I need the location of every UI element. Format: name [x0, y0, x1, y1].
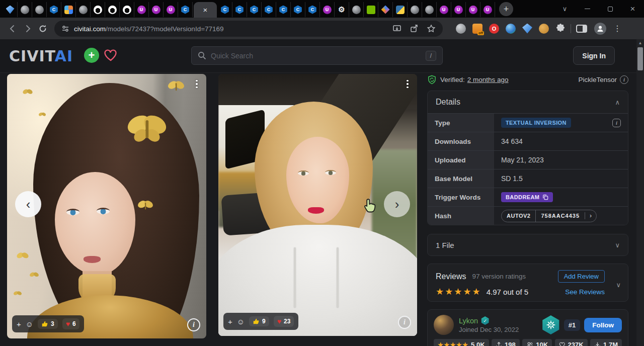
- browser-sync-extension-icon[interactable]: [506, 24, 516, 34]
- carousel-next-button[interactable]: ›: [384, 191, 410, 217]
- search-box[interactable]: /: [191, 46, 443, 65]
- browser-tab[interactable]: C: [47, 2, 61, 17]
- image-info-button[interactable]: i: [187, 318, 200, 331]
- close-window-button[interactable]: ×: [621, 0, 644, 18]
- civitai-logo[interactable]: CIVITAI: [9, 47, 73, 65]
- create-button[interactable]: +: [84, 48, 99, 63]
- scrollbar-thumb[interactable]: [637, 47, 643, 70]
- forward-button[interactable]: [20, 21, 35, 36]
- hash-expand-chevron-icon[interactable]: ›: [585, 212, 596, 219]
- files-card[interactable]: 1 File ∨: [427, 234, 628, 256]
- support-heart-button[interactable]: [104, 49, 118, 64]
- add-reaction-button[interactable]: +: [17, 320, 21, 328]
- profile-button[interactable]: [594, 23, 606, 35]
- browser-tab[interactable]: [408, 2, 422, 17]
- browser-tab[interactable]: C: [291, 2, 305, 17]
- browser-tab[interactable]: U: [437, 2, 451, 17]
- browser-tab[interactable]: [393, 2, 408, 17]
- side-panel-button[interactable]: [576, 25, 587, 33]
- heart-reaction[interactable]: ♥ 23: [274, 316, 294, 327]
- browser-tab[interactable]: U: [451, 2, 466, 17]
- site-settings-icon[interactable]: [61, 25, 69, 33]
- image-info-button[interactable]: i: [398, 316, 411, 329]
- hash-value[interactable]: 758AAC4435: [535, 210, 585, 222]
- creator-avatar[interactable]: [434, 315, 454, 335]
- browser-tab[interactable]: [422, 2, 437, 17]
- smiley-reaction-button[interactable]: ☺: [26, 320, 33, 328]
- browser-tab[interactable]: [378, 2, 393, 17]
- flame-off-extension-icon[interactable]: off: [472, 24, 482, 34]
- copy-icon[interactable]: [542, 194, 548, 200]
- browser-menu-button[interactable]: ⋮: [613, 24, 621, 33]
- back-button[interactable]: [5, 21, 20, 36]
- gem-extension-icon[interactable]: [522, 24, 532, 34]
- expand-chevron-icon[interactable]: ∨: [615, 241, 620, 249]
- thumbs-up-reaction[interactable]: 3: [38, 319, 58, 329]
- browser-tab[interactable]: [91, 2, 105, 17]
- address-bar[interactable]: civitai.com/models/72437?modelVersionId=…: [54, 21, 443, 37]
- browser-tab[interactable]: C: [178, 2, 193, 17]
- smiley-reaction-button[interactable]: ☺: [237, 318, 245, 325]
- browser-tab[interactable]: [3, 2, 18, 17]
- browser-tab[interactable]: C: [276, 2, 291, 17]
- browser-tab[interactable]: C: [218, 2, 232, 17]
- tab-search-chevron-icon[interactable]: ∨: [553, 0, 576, 18]
- browser-tab[interactable]: C: [262, 2, 276, 17]
- browser-tab[interactable]: [76, 2, 91, 17]
- verified-time-link[interactable]: 2 months ago: [467, 76, 509, 83]
- minimize-button[interactable]: [576, 0, 599, 18]
- carousel-previous-button[interactable]: ‹: [15, 191, 41, 217]
- heart-reaction[interactable]: ♥ 6: [62, 318, 79, 329]
- extensions-puzzle-icon[interactable]: [555, 24, 566, 34]
- scroll-up-arrow-icon[interactable]: ▲: [636, 39, 644, 46]
- collapse-chevron-icon[interactable]: ∧: [615, 99, 620, 106]
- browser-tab[interactable]: [61, 2, 76, 17]
- details-header[interactable]: Details ∧: [428, 91, 628, 113]
- browser-tab[interactable]: U: [149, 2, 164, 17]
- add-reaction-button[interactable]: +: [228, 318, 232, 325]
- follow-button[interactable]: Follow: [584, 318, 622, 332]
- new-tab-button[interactable]: +: [499, 2, 513, 16]
- browser-tab[interactable]: C: [305, 2, 320, 17]
- browser-tab[interactable]: [364, 2, 378, 17]
- cookie-extension-icon[interactable]: [539, 24, 549, 34]
- bookmark-star-icon[interactable]: [427, 24, 436, 33]
- globe-extension-icon[interactable]: [456, 24, 466, 34]
- add-review-button[interactable]: Add Review: [558, 270, 605, 283]
- browser-tab[interactable]: [32, 2, 47, 17]
- browser-tab[interactable]: U: [134, 2, 149, 17]
- tab-close-icon[interactable]: ×: [203, 6, 208, 14]
- hash-pill[interactable]: AUTOV2 758AAC4435 ›: [501, 210, 597, 222]
- sign-in-button[interactable]: Sign In: [573, 46, 615, 65]
- browser-tab[interactable]: [120, 2, 134, 17]
- browser-tab[interactable]: U: [480, 2, 495, 17]
- format-info-icon[interactable]: i: [620, 75, 628, 84]
- browser-tab[interactable]: C: [247, 2, 262, 17]
- browser-tab[interactable]: U: [320, 2, 335, 17]
- image-menu-button[interactable]: [192, 78, 201, 90]
- type-badge[interactable]: TEXTUAL INVERSION: [501, 118, 571, 128]
- expand-chevron-icon[interactable]: ∨: [616, 281, 621, 289]
- browser-tab[interactable]: [349, 2, 364, 17]
- browser-tab[interactable]: C: [232, 2, 247, 17]
- search-input[interactable]: [211, 52, 421, 60]
- trigger-word-badge[interactable]: BADDREAM: [501, 192, 553, 202]
- install-app-icon[interactable]: [392, 24, 401, 33]
- see-reviews-link[interactable]: See Reviews: [565, 288, 605, 296]
- share-icon[interactable]: [410, 24, 419, 33]
- reload-button[interactable]: [35, 21, 50, 36]
- thumbs-up-reaction[interactable]: 9: [249, 316, 269, 326]
- browser-tab[interactable]: U: [466, 2, 480, 17]
- restore-button[interactable]: [599, 0, 621, 18]
- browser-tab[interactable]: [18, 2, 32, 17]
- globe-favicon: [21, 6, 29, 14]
- opera-extension-icon[interactable]: O: [489, 24, 499, 34]
- browser-tab[interactable]: U: [164, 2, 178, 17]
- image-menu-button[interactable]: [403, 78, 412, 90]
- type-info-icon[interactable]: i: [612, 119, 621, 127]
- browser-tab-active[interactable]: ×: [194, 2, 217, 18]
- page-scrollbar[interactable]: ▲: [636, 39, 644, 346]
- creator-name[interactable]: Lykon: [459, 317, 478, 325]
- browser-tab[interactable]: ⚙: [335, 2, 349, 17]
- browser-tab[interactable]: [105, 2, 120, 17]
